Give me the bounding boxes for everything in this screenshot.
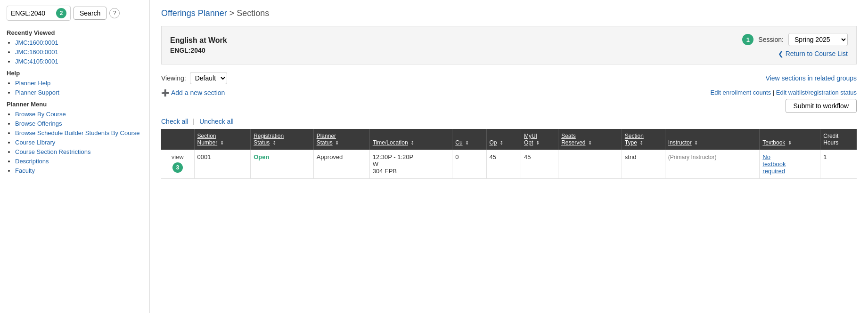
check-all-link[interactable]: Check all: [161, 118, 188, 125]
th-section-number: SectionNumber ⇕: [194, 129, 251, 150]
edit-enrollment-counts-link[interactable]: Edit enrollment counts: [711, 89, 771, 96]
search-bar: 2 Search ?: [7, 6, 143, 21]
th-cu: Cu ⇕: [452, 129, 486, 150]
textbook-line2: textbook: [762, 161, 786, 168]
sort-arrows-reg: ⇕: [272, 140, 276, 145]
recently-viewed-list: JMC:1600:0001 JMC:1600:0001 JMC:4105:000…: [7, 39, 143, 65]
sort-arrows-textbook: ⇕: [788, 140, 792, 145]
recently-viewed-link[interactable]: JMC:1600:0001: [15, 39, 58, 46]
textbook-line1: No: [762, 153, 770, 161]
td-planner-status: Approved: [313, 150, 369, 179]
sidebar-item-browse-offerings[interactable]: Browse Offerings: [15, 120, 62, 127]
td-op: 45: [486, 150, 521, 179]
sort-section-number[interactable]: SectionNumber: [197, 133, 218, 146]
instructor-name: (Primary Instructor): [668, 154, 717, 161]
controls-row: Viewing: Default All View sections in re…: [161, 72, 857, 84]
recently-viewed-title: Recently Viewed: [7, 29, 143, 36]
submit-to-workflow-button[interactable]: Submit to workflow: [786, 99, 857, 113]
viewing-block: Viewing: Default All: [161, 72, 227, 84]
session-select[interactable]: Spring 2025 Fall 2025 Summer 2025: [788, 33, 848, 46]
list-item: Planner Support: [15, 88, 143, 96]
sidebar-item-browse-schedule[interactable]: Browse Schedule Builder Students By Cour…: [15, 129, 139, 136]
course-header-box: English at Work ENGL:2040 1 Session: Spr…: [161, 26, 857, 64]
main-content: Offerings Planner > Sections English at …: [150, 0, 868, 313]
sidebar-item-course-section-restrictions[interactable]: Course Section Restrictions: [15, 148, 90, 155]
action-row: ➕ Add a new section Edit enrollment coun…: [161, 89, 857, 113]
sidebar-item-descriptions[interactable]: Descriptions: [15, 158, 49, 165]
table-row: view 3 0001 Open Approved 12:30P - 1:20P…: [161, 150, 857, 179]
return-icon: ❮: [778, 50, 784, 57]
td-seats-reserved: [558, 150, 622, 179]
recently-viewed-link[interactable]: JMC:1600:0001: [15, 48, 58, 56]
list-item: Course Section Restrictions: [15, 148, 143, 155]
help-list: Planner Help Planner Support: [7, 79, 143, 96]
course-code: ENGL:2040: [170, 47, 227, 54]
th-section-type: SectionType ⇕: [622, 129, 665, 150]
sidebar: 2 Search ? Recently Viewed JMC:1600:0001…: [0, 0, 150, 313]
list-item: JMC:1600:0001: [15, 48, 143, 56]
sidebar-item-browse-by-course[interactable]: Browse By Course: [15, 111, 66, 118]
th-seats-reserved: SeatsReserved ⇕: [558, 129, 622, 150]
list-item: JMC:1600:0001: [15, 39, 143, 46]
sort-arrows-myui: ⇕: [536, 140, 540, 145]
right-actions: Edit enrollment counts | Edit waitlist/r…: [711, 89, 857, 113]
th-planner-status: PlannerStatus ⇕: [313, 129, 369, 150]
edit-links: Edit enrollment counts | Edit waitlist/r…: [711, 89, 857, 96]
help-button[interactable]: ?: [109, 8, 120, 18]
days-value: W: [373, 161, 378, 168]
list-item: Browse Schedule Builder Students By Cour…: [15, 129, 143, 136]
help-section-title: Help: [7, 70, 143, 77]
location-value: 304 EPB: [373, 168, 397, 175]
sort-arrows-section: ⇕: [220, 140, 224, 145]
th-action: [161, 129, 194, 150]
list-item: Browse Offerings: [15, 120, 143, 127]
planner-support-link[interactable]: Planner Support: [15, 89, 59, 96]
sort-op[interactable]: Op: [490, 139, 497, 146]
sections-table: SectionNumber ⇕ RegistrationStatus ⇕ Pla…: [161, 129, 857, 179]
th-myui-opt: MyUIOpt ⇕: [521, 129, 558, 150]
course-name: English at Work: [170, 36, 227, 45]
table-header-row: SectionNumber ⇕ RegistrationStatus ⇕ Pla…: [161, 129, 857, 150]
view-sections-related-groups-link[interactable]: View sections in related groups: [765, 74, 857, 82]
td-registration-status: Open: [251, 150, 314, 179]
sort-instructor[interactable]: Instructor: [668, 139, 692, 146]
list-item: Planner Help: [15, 79, 143, 87]
edit-waitlist-status-link[interactable]: Edit waitlist/registration status: [776, 89, 857, 96]
sidebar-item-faculty[interactable]: Faculty: [15, 167, 35, 174]
th-instructor: Instructor ⇕: [665, 129, 760, 150]
sort-registration-status[interactable]: RegistrationStatus: [254, 133, 284, 146]
td-view-action: view 3: [161, 150, 194, 179]
add-new-section-link[interactable]: ➕ Add a new section: [161, 89, 225, 96]
breadcrumb-offerings-planner[interactable]: Offerings Planner: [161, 8, 227, 18]
search-input[interactable]: [11, 9, 53, 17]
breadcrumb-separator: >: [227, 8, 237, 18]
view-link[interactable]: view: [172, 153, 184, 161]
td-instructor: (Primary Instructor): [665, 150, 760, 179]
add-icon: ➕: [161, 89, 169, 96]
sort-cu[interactable]: Cu: [455, 139, 462, 146]
sort-arrows-type: ⇕: [639, 140, 643, 145]
textbook-link[interactable]: No textbook required: [762, 153, 786, 175]
recently-viewed-link[interactable]: JMC:4105:0001: [15, 58, 58, 65]
list-item: Descriptions: [15, 157, 143, 165]
return-label: Return to Course List: [786, 50, 848, 57]
cell-view: view 3: [164, 153, 191, 173]
sort-textbook[interactable]: Textbook: [762, 139, 785, 146]
check-separator: |: [193, 118, 195, 125]
return-to-course-list-link[interactable]: ❮ Return to Course List: [778, 50, 848, 57]
th-time-location: Time/Location ⇕: [369, 129, 452, 150]
sort-time-location[interactable]: Time/Location: [373, 139, 408, 146]
td-textbook: No textbook required: [760, 150, 820, 179]
sort-seats-reserved[interactable]: SeatsReserved: [561, 133, 585, 146]
th-op: Op ⇕: [486, 129, 521, 150]
edit-separator: |: [773, 89, 776, 96]
search-button[interactable]: Search: [74, 7, 106, 20]
viewing-select[interactable]: Default All: [190, 72, 227, 84]
session-label: Session:: [758, 36, 784, 43]
sort-planner-status[interactable]: PlannerStatus: [317, 133, 336, 146]
sidebar-item-course-library[interactable]: Course Library: [15, 139, 55, 146]
search-badge: 2: [56, 8, 66, 18]
td-myui-opt: 45: [521, 150, 558, 179]
planner-help-link[interactable]: Planner Help: [15, 80, 50, 87]
uncheck-all-link[interactable]: Uncheck all: [199, 118, 233, 125]
